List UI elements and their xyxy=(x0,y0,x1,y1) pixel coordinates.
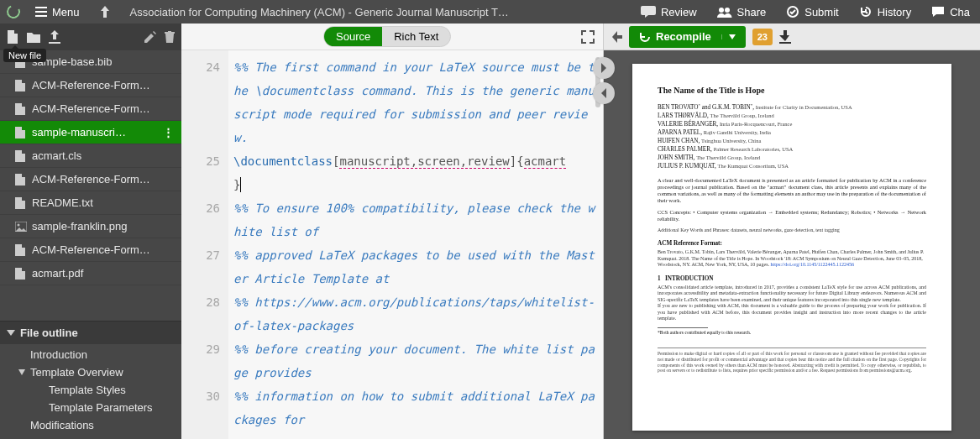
rename-button[interactable] xyxy=(144,31,156,43)
paper-footer: Permission to make digital or hard copie… xyxy=(658,348,926,374)
outline-item-3[interactable]: Template Parameters xyxy=(0,399,181,416)
chat-icon xyxy=(931,6,945,18)
pdf-viewport[interactable]: The Name of the Title is Hope BEN TROVAT… xyxy=(604,50,980,439)
author-line: HUIFEN CHAN, Tsinghua University, China xyxy=(658,138,926,145)
author-line: CHARLES PALMER, Palmer Research Laborato… xyxy=(658,146,926,154)
menu-button[interactable]: Menu xyxy=(25,6,90,18)
file-item-6[interactable]: README.txt xyxy=(0,191,181,215)
share-icon xyxy=(717,6,732,18)
outline-item-4[interactable]: Modifications xyxy=(0,416,181,434)
pdf-pane: Recompile 23 The Name of the Title is Ho… xyxy=(604,24,980,439)
paper-keywords: Additional Key Words and Phrases: datase… xyxy=(658,227,926,234)
file-icon xyxy=(15,127,27,138)
refformat-heading: ACM Reference Format: xyxy=(658,240,926,248)
menu-label: Menu xyxy=(52,6,80,18)
download-pdf-button[interactable] xyxy=(779,30,791,44)
file-item-7[interactable]: sample-franklin.png xyxy=(0,215,181,238)
file-item-5[interactable]: ACM-Reference-Form… xyxy=(0,168,181,191)
review-button[interactable]: Review xyxy=(631,0,707,24)
recompile-label: Recompile xyxy=(656,30,711,43)
collapse-right-button[interactable] xyxy=(593,57,615,79)
history-button[interactable]: History xyxy=(849,0,921,24)
code-content[interactable]: %% The first command in your LaTeX sourc… xyxy=(228,50,603,439)
file-label: ACM-Reference-Form… xyxy=(32,243,175,256)
source-mode[interactable]: Source xyxy=(324,27,382,46)
richtext-mode[interactable]: Rich Text xyxy=(382,27,450,46)
author-line: JOHN SMITH, The Thørväld Group, Iceland xyxy=(658,154,926,162)
outline-list: IntroductionTemplate OverviewTemplate St… xyxy=(0,344,181,439)
author-line: BEN TROVATO* and G.K.M. TOBIN*, Institut… xyxy=(658,103,926,112)
author-line: VALERIE BÉRANGER, Inria Paris-Rocquencou… xyxy=(658,121,926,128)
file-label: ACM-Reference-Form… xyxy=(32,173,175,186)
fullscreen-icon[interactable] xyxy=(581,30,595,44)
chat-button[interactable]: Cha xyxy=(921,0,980,24)
delete-button[interactable] xyxy=(165,31,175,43)
file-item-8[interactable]: ACM-Reference-Form… xyxy=(0,238,181,262)
file-icon xyxy=(15,80,27,91)
svg-point-1 xyxy=(725,8,730,13)
section-1-heading: 1 INTRODUCTION xyxy=(658,275,926,283)
sidebar-toolbar: New file xyxy=(0,24,181,50)
file-item-2[interactable]: ACM-Reference-Form… xyxy=(0,97,181,121)
up-arrow-icon[interactable] xyxy=(95,6,115,18)
upload-button[interactable] xyxy=(49,30,60,44)
file-item-9[interactable]: acmart.pdf xyxy=(0,262,181,285)
pdf-toolbar: Recompile 23 xyxy=(604,24,980,50)
file-label: ACM-Reference-Form… xyxy=(32,102,175,115)
collapse-left-button[interactable] xyxy=(593,82,615,104)
editor-scrollbar[interactable] xyxy=(591,50,603,439)
file-list: sample-base.bibACM-Reference-Form…ACM-Re… xyxy=(0,50,181,321)
pane-split-handles xyxy=(593,57,615,104)
file-item-4[interactable]: acmart.cls xyxy=(0,144,181,168)
caret-icon xyxy=(18,369,25,376)
svg-point-4 xyxy=(18,223,20,226)
editor-pane: · Source Rich Text 24252627282930 %% The… xyxy=(181,24,604,439)
outline-item-1[interactable]: Template Overview xyxy=(0,363,181,381)
recompile-button[interactable]: Recompile xyxy=(629,26,746,48)
author-line: JULIUS P. KUMQUAT, The Kumquat Consortiu… xyxy=(658,163,926,170)
review-icon xyxy=(641,6,656,18)
recompile-menu-caret[interactable] xyxy=(721,34,736,39)
author-note: *Both authors contributed equally to thi… xyxy=(658,327,926,336)
author-line: LARS THØRVÄLD, The Thørväld Group, Icela… xyxy=(658,112,926,120)
file-menu-button[interactable]: ⋮ xyxy=(163,126,175,138)
new-folder-button[interactable] xyxy=(27,31,40,43)
file-icon xyxy=(15,244,27,256)
file-icon xyxy=(15,103,27,115)
new-file-button[interactable] xyxy=(7,30,18,44)
recompile-icon xyxy=(639,31,651,43)
outline-item-0[interactable]: Introduction xyxy=(0,346,181,363)
log-warnings-badge[interactable]: 23 xyxy=(752,29,773,45)
sync-left-icon[interactable] xyxy=(611,31,622,43)
svg-point-0 xyxy=(719,8,724,13)
submit-button[interactable]: Submit xyxy=(776,0,848,24)
section-1-body: ACM's consolidated article template, int… xyxy=(658,285,926,322)
file-label: README.txt xyxy=(32,196,175,209)
topbar: Menu Association for Computing Machinery… xyxy=(0,0,980,24)
file-icon xyxy=(15,174,27,186)
image-icon xyxy=(15,222,27,232)
file-label: sample-manuscri… xyxy=(32,126,158,138)
outline-item-2[interactable]: Template Styles xyxy=(0,381,181,399)
chat-label: Cha xyxy=(950,6,970,18)
editor-mode-toggle[interactable]: Source Rich Text xyxy=(323,26,451,47)
review-label: Review xyxy=(661,6,697,18)
file-item-3[interactable]: sample-manuscri…⋮ xyxy=(0,121,181,144)
new-file-tooltip: New file xyxy=(3,49,46,62)
overleaf-logo-icon xyxy=(7,5,20,18)
code-area[interactable]: 24252627282930 %% The first command in y… xyxy=(181,50,603,439)
file-label: ACM-Reference-Form… xyxy=(32,79,175,91)
paper-ccs: CCS Concepts: • Computer systems organiz… xyxy=(658,209,926,222)
history-label: History xyxy=(878,6,911,18)
file-label: acmart.pdf xyxy=(32,267,175,280)
file-label: sample-base.bib xyxy=(32,55,175,68)
file-outline-header[interactable]: File outline xyxy=(0,321,181,344)
share-button[interactable]: Share xyxy=(707,0,777,24)
pdf-page-1: The Name of the Title is Hope BEN TROVAT… xyxy=(632,64,951,431)
file-label: sample-franklin.png xyxy=(32,220,175,233)
file-item-1[interactable]: ACM-Reference-Form… xyxy=(0,74,181,97)
outline-title: File outline xyxy=(20,327,78,339)
share-label: Share xyxy=(737,6,767,18)
file-label: acmart.cls xyxy=(32,149,175,162)
paper-title: The Name of the Title is Hope xyxy=(658,86,926,97)
